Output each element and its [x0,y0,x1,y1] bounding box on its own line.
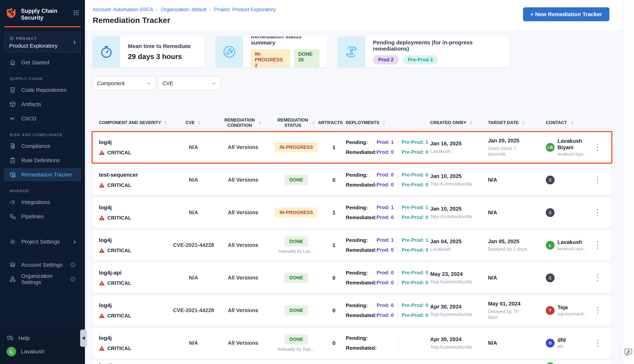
sidebar-item-rule-definitions[interactable]: Rule Definitions [4,154,81,167]
table-row[interactable]: log4jCRITICALN/AAll VersionsIN-PROGRESS1… [93,132,611,162]
sidebar-collapse-handle[interactable] [80,330,87,347]
sidebar-footer: Help L Lavakush [0,327,85,364]
preprod-count: Pre-Prod: 0 [402,214,428,220]
help-button[interactable]: Help [6,332,79,344]
sidebar-item-integrations[interactable]: Integrations [4,196,81,209]
table-row[interactable]: log4jCRITICALCVE-2021-44228All VersionsD… [93,230,611,260]
sidebar-item-code-repositories[interactable]: Code Repositories [4,84,81,96]
table-row[interactable]: test-sequencerCRITICALN/AAll VersionsDON… [93,165,611,195]
sidebar-item-get-started[interactable]: Get Started [4,56,81,69]
deployments-cell: Pending:Prod: 1Pre-Prod: 1Remediated:Pro… [346,236,430,254]
artifacts-count: 1 [322,210,346,216]
column-label: CREATED ON/BY [430,120,466,125]
doc-icon [9,142,16,150]
target-date-cell: N/A [488,177,546,183]
kebab-menu-icon[interactable] [595,208,600,218]
kebab-menu-icon[interactable] [595,175,600,185]
component-cell: log4jCRITICAL [93,335,172,351]
prod-count-pill: Prod 2 [373,55,399,64]
sidebar-item-artifacts[interactable]: Artifacts [4,98,81,111]
sidebar-item-remediation-tracker[interactable]: Remediation Tracker [4,168,81,181]
status-badge: DONE [284,305,308,316]
target-date: Jan 05, 2025 [488,238,546,244]
artifacts-cell: 0 [322,275,346,281]
column-header-remediation-condition[interactable]: REMEDIATION CONDITION [216,118,270,128]
column-header-target-date[interactable]: TARGET DATE [488,120,546,125]
app-title: Supply Chain Security [21,7,69,21]
column-header-remediation-status[interactable]: REMEDIATION STATUS [270,118,322,128]
target-date: N/A [488,177,546,183]
sidebar-item-label: Pipelines [21,213,44,220]
contact-email: dfd [557,344,566,349]
artifacts-cell: 1 [322,210,346,216]
deployment-line: Remediated:Prod: 0Pre-Prod: 0 [346,214,430,222]
kebab-menu-icon[interactable] [595,142,600,152]
user-menu[interactable]: L Lavakush [6,344,79,359]
created-date: Apr 30, 2024 [430,304,488,310]
column-header-component-and-severity[interactable]: COMPONENT AND SEVERITY [93,120,172,125]
support-chat-icon[interactable] [623,347,633,358]
info-icon[interactable] [70,276,76,282]
project-selector[interactable]: PROJECT Product Exploratory › [5,33,81,52]
kebab-menu-icon[interactable] [595,273,600,283]
contact-name: Lavakush [557,239,588,246]
info-icon[interactable] [70,262,76,268]
breadcrumb-project[interactable]: Project: Product Exploratory [214,7,276,12]
kebab-menu-icon[interactable] [595,362,600,364]
table-row[interactable]: log4jCRITICALN/AAll VersionsIN-PROGRESS1… [93,198,611,228]
table-row[interactable]: log4jCRITICALN/AAll VersionsDONEmanually… [93,328,611,358]
sidebar-item-ci-cd[interactable]: CI/CD [4,112,81,125]
cve-cell: N/A [172,275,216,281]
severity-label: CRITICAL [107,215,131,221]
module-grid-icon[interactable] [73,7,79,17]
infinity-icon [9,115,16,122]
kebab-menu-icon[interactable] [595,338,600,348]
app-root: Supply Chain Security PROJECT Product Ex… [0,0,634,364]
critical-severity-icon [99,280,105,286]
preprod-count: Pre-Prod: 0 [402,280,428,286]
component-cell: log4jCRITICAL [93,139,172,156]
severity-label: CRITICAL [107,280,131,286]
help-label: Help [18,335,30,341]
remediation-condition-cell: All Versions [216,275,270,281]
severity: CRITICAL [99,313,172,319]
prod-count: Prod: 0 [377,302,395,308]
status-note: manually by Teja… [270,346,322,352]
kebab-menu-icon[interactable] [595,305,600,316]
table-row[interactable]: log4jHHarness [93,360,611,364]
created-by: Lavakush [430,148,488,154]
condition-value: All Versions [216,275,270,281]
breadcrumb-account[interactable]: Account: Automation-SSCA [93,7,153,12]
kebab-menu-icon[interactable] [595,240,600,250]
column-header-created-on-by[interactable]: CREATED ON/BY [430,120,488,125]
scrollbar-gutter[interactable] [622,0,634,364]
column-header-contact[interactable]: CONTACT [546,120,592,125]
anonymous-avatar [546,176,555,184]
breadcrumb-organization[interactable]: Organization: default [161,7,207,12]
table-row[interactable]: log4jCRITICALCVE-2021-44228All VersionsD… [93,295,611,326]
chevron-down-icon [211,81,217,86]
artifacts-cell: 0 [322,307,346,314]
row-actions-cell [592,208,603,218]
critical-severity-icon [99,182,105,188]
deployment-line: Pending:Prod: 0Pre-Prod: 0 [346,302,430,310]
new-remediation-tracker-button[interactable]: + New Remediation Tracker [523,7,609,21]
component-filter-select[interactable]: Component [93,76,156,90]
sidebar-item-pipelines[interactable]: Pipelines [4,210,81,223]
sidebar-item-compliance[interactable]: Compliance [4,140,81,153]
sidebar-item-account-settings[interactable]: Account Settings [4,258,81,272]
cve-filter-select[interactable]: CVE [158,76,221,90]
table-row[interactable]: log4j-apiCRITICALN/AAll VersionsDONE0Pen… [93,263,611,293]
column-header-deployments[interactable]: DEPLOYMENTS [346,120,430,125]
deployment-line: Pending:Prod: 1Pre-Prod: 1 [346,138,430,146]
condition-value: All Versions [216,242,270,248]
sidebar-item-organization-settings[interactable]: Organization Settings [4,272,81,286]
deployment-line: Pending:Prod: 1Pre-Prod: 1 [346,236,430,244]
cve-value: N/A [172,275,216,281]
preprod-count-pill: Pre-Prod 2 [403,55,438,64]
divider [5,229,81,229]
column-header-artifacts[interactable]: ARTIFACTS [322,120,346,125]
column-header-cve[interactable]: CVE [172,120,216,125]
clipboard-icon [9,157,16,164]
sidebar-item-project-settings[interactable]: Project Settings› [4,235,81,248]
